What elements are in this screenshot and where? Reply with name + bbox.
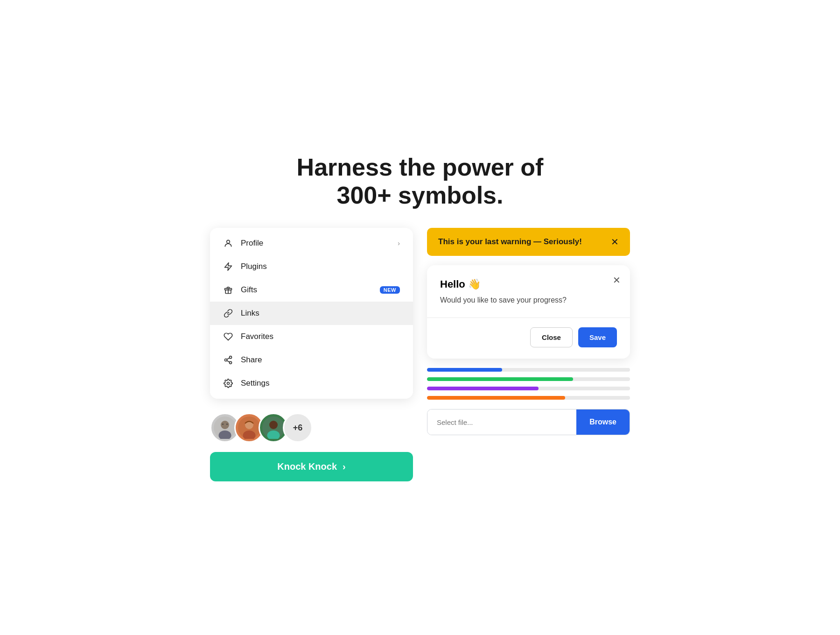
knock-knock-label: Knock Knock xyxy=(277,461,337,472)
share-icon xyxy=(223,355,233,365)
page-wrapper: Harness the power of 300+ symbols. Profi… xyxy=(210,154,630,482)
dialog-divider xyxy=(427,318,630,318)
dialog-card: ✕ Hello 👋 Would you like to save your pr… xyxy=(427,265,630,359)
menu-label-share: Share xyxy=(241,355,400,365)
menu-label-profile: Profile xyxy=(241,239,390,248)
menu-label-links: Links xyxy=(241,309,400,318)
progress-bar-orange xyxy=(427,396,630,400)
hero-title: Harness the power of 300+ symbols. xyxy=(297,154,544,210)
new-badge: NEW xyxy=(380,286,400,294)
menu-label-favorites: Favorites xyxy=(241,332,400,341)
chevron-right-icon: › xyxy=(343,461,346,472)
menu-item-profile[interactable]: Profile › xyxy=(210,232,413,255)
file-input[interactable] xyxy=(427,409,576,435)
menu-label-settings: Settings xyxy=(241,379,400,388)
hero-title-line2: 300+ symbols. xyxy=(336,182,503,209)
browse-button[interactable]: Browse xyxy=(576,409,630,435)
warning-text: This is your last warning — Seriously! xyxy=(438,237,582,247)
dialog-close-button[interactable]: Close xyxy=(530,327,573,347)
svg-point-0 xyxy=(227,240,230,244)
dialog-save-button[interactable]: Save xyxy=(578,327,617,347)
menu-item-share[interactable]: Share xyxy=(210,348,413,372)
avatar-count: +6 xyxy=(283,413,313,443)
progress-fill-purple xyxy=(427,387,539,390)
svg-point-9 xyxy=(227,382,230,385)
knock-knock-button[interactable]: Knock Knock › xyxy=(210,452,413,481)
svg-line-7 xyxy=(227,361,230,362)
progress-section xyxy=(427,368,630,400)
avatars-row: +6 xyxy=(210,413,413,443)
menu-item-favorites[interactable]: Favorites xyxy=(210,325,413,348)
svg-point-14 xyxy=(226,423,228,425)
dialog-body: Would you like to save your progress? xyxy=(440,296,617,304)
menu-item-gifts[interactable]: Gifts NEW xyxy=(210,278,413,302)
menu-label-plugins: Plugins xyxy=(241,262,400,271)
menu-label-gifts: Gifts xyxy=(241,285,372,295)
right-column: This is your last warning — Seriously! ✕… xyxy=(427,228,630,481)
menu-card: Profile › Plugins xyxy=(210,228,413,399)
file-input-row: Browse xyxy=(427,409,630,435)
progress-fill-green xyxy=(427,377,573,381)
link-icon xyxy=(223,308,233,318)
svg-marker-1 xyxy=(225,263,232,271)
person-icon xyxy=(223,238,233,248)
svg-point-19 xyxy=(269,421,278,429)
svg-line-8 xyxy=(227,358,230,360)
hero-title-line1: Harness the power of xyxy=(297,154,544,181)
dialog-actions: Close Save xyxy=(440,327,617,347)
warning-banner: This is your last warning — Seriously! ✕ xyxy=(427,228,630,256)
heart-icon xyxy=(223,332,233,342)
bolt-icon xyxy=(223,261,233,272)
progress-fill-orange xyxy=(427,396,565,400)
menu-item-links[interactable]: Links xyxy=(210,302,413,325)
dialog-title: Hello 👋 xyxy=(440,278,617,290)
svg-point-13 xyxy=(222,423,224,425)
warning-close-button[interactable]: ✕ xyxy=(611,236,619,247)
settings-icon xyxy=(223,378,233,388)
svg-point-11 xyxy=(221,421,229,429)
progress-bar-purple xyxy=(427,387,630,390)
menu-item-plugins[interactable]: Plugins xyxy=(210,255,413,278)
gift-icon xyxy=(223,285,233,295)
main-grid: Profile › Plugins xyxy=(210,228,630,481)
chevron-right-icon: › xyxy=(398,240,400,247)
progress-bar-blue xyxy=(427,368,630,372)
left-column: Profile › Plugins xyxy=(210,228,413,481)
progress-bar-green xyxy=(427,377,630,381)
progress-fill-blue xyxy=(427,368,502,372)
menu-item-settings[interactable]: Settings xyxy=(210,372,413,395)
dialog-close-x-button[interactable]: ✕ xyxy=(613,275,621,286)
